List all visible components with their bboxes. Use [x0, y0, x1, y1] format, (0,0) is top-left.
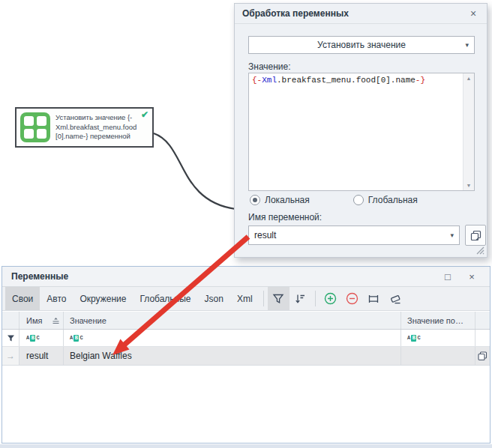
chevron-down-icon: ▾	[465, 41, 469, 49]
action-type-value: Установить значение	[317, 40, 406, 50]
scroll-up-icon[interactable]: ▲	[466, 76, 472, 81]
panel-titlebar: Переменные □ ×	[2, 267, 490, 287]
sort-ascending-icon	[52, 317, 60, 324]
table-filter-row: ABC ABC ABC	[2, 330, 490, 347]
tab-svoi[interactable]: Свои	[5, 287, 40, 310]
global-scope-label: Глобальная	[368, 195, 418, 205]
row-copy-button[interactable]	[476, 347, 490, 365]
maximize-icon[interactable]: □	[439, 271, 457, 282]
global-scope-radio[interactable]	[353, 195, 364, 205]
close-icon[interactable]: ×	[463, 271, 481, 282]
abc-filter-icon: ABC	[70, 335, 83, 342]
success-check-icon: ✔	[141, 109, 148, 120]
abc-filter-icon: ABC	[407, 335, 421, 342]
close-icon[interactable]: ×	[467, 7, 479, 19]
scope-radio-group: Локальная Глобальная	[250, 195, 418, 205]
textarea-scrollbar[interactable]: ▲ ▼	[463, 73, 474, 190]
copy-icon	[478, 351, 488, 361]
panel-title: Переменные	[11, 271, 439, 282]
value-expression-textarea[interactable]: {-Xml.breakfast_menu.food[0].name-} ▲ ▼	[248, 73, 475, 191]
header-cell-indicator	[2, 312, 20, 329]
row-indicator: →	[2, 347, 20, 365]
header-cell-name[interactable]: Имя	[20, 312, 64, 329]
variables-panel: Переменные □ × Свои Авто Окружение Глоба…	[2, 266, 490, 444]
resize-grip[interactable]	[476, 246, 484, 255]
header-cell-actions	[476, 312, 490, 329]
value-label: Значение:	[248, 61, 291, 72]
toolbar-separator	[263, 291, 264, 306]
filter-row-indicator	[2, 330, 20, 346]
chevron-down-icon: ▾	[450, 231, 454, 239]
window-bottom-edge	[0, 444, 492, 448]
sort-button[interactable]	[290, 287, 311, 310]
action-type-dropdown[interactable]: Установить значение ▾	[248, 36, 475, 54]
grid-icon	[20, 112, 50, 142]
minus-circle-icon	[346, 292, 358, 305]
row-arrow-icon: →	[6, 351, 15, 361]
filter-input-value-by[interactable]: ABC	[401, 330, 476, 346]
table-row-result[interactable]: → result Belgian Waffles	[2, 347, 490, 366]
funnel-icon	[272, 293, 284, 305]
expression-text: {-Xml.breakfast_menu.food[0].name-}	[249, 73, 463, 190]
filter-toggle-button[interactable]	[268, 287, 290, 310]
expression-close: -}	[416, 76, 425, 85]
filter-input-value[interactable]: ABC	[64, 330, 401, 346]
tab-avto[interactable]: Авто	[40, 287, 73, 310]
eraser-icon	[389, 293, 402, 305]
frame-icon	[368, 293, 380, 305]
node-label: Установить значение {- Xml.breakfast_men…	[56, 113, 136, 142]
filter-input-name[interactable]: ABC	[20, 330, 64, 346]
variable-name-combobox[interactable]: result ▾	[248, 225, 460, 245]
tab-globalnye[interactable]: Глобальные	[133, 287, 197, 310]
variable-name-label: Имя переменной:	[248, 212, 322, 223]
cell-name: result	[20, 347, 64, 365]
expression-open: {-	[252, 76, 262, 85]
table-header-row: Имя Значение Значение по…	[2, 312, 490, 330]
clear-button[interactable]	[385, 287, 406, 310]
variable-name-value: result	[254, 230, 276, 240]
cell-value: Belgian Waffles	[64, 347, 401, 365]
copy-variable-button[interactable]	[465, 225, 486, 246]
scroll-down-icon[interactable]: ▼	[466, 183, 472, 188]
abc-filter-icon: ABC	[26, 335, 40, 342]
tab-xml[interactable]: Xml	[230, 287, 260, 310]
panel-tabbar: Свои Авто Окружение Глобальные Json Xml	[2, 287, 490, 311]
remove-variable-button[interactable]	[341, 287, 363, 310]
plus-circle-icon	[324, 292, 337, 305]
tab-json[interactable]: Json	[198, 287, 230, 310]
funnel-icon	[7, 334, 15, 342]
dialog-header: Обработка переменных ×	[235, 4, 487, 24]
toolbar-separator	[315, 291, 316, 306]
tab-okruzhenie[interactable]: Окружение	[73, 287, 133, 310]
header-cell-value[interactable]: Значение	[64, 312, 401, 329]
dialog-title: Обработка переменных	[242, 8, 467, 19]
expression-path: .breakfast_menu.food[0].name	[277, 76, 416, 85]
local-scope-label: Локальная	[265, 195, 310, 205]
add-variable-button[interactable]	[320, 287, 341, 310]
copy-icon	[470, 230, 482, 241]
cell-value-by	[401, 347, 476, 365]
header-cell-value-by[interactable]: Значение по…	[401, 312, 476, 329]
sort-icon	[294, 293, 306, 305]
filter-cell-actions	[476, 330, 490, 346]
variable-processing-dialog: Обработка переменных × Установить значен…	[234, 3, 488, 258]
expression-object: Xml	[262, 76, 277, 85]
local-scope-radio[interactable]	[250, 195, 260, 205]
edit-columns-button[interactable]	[363, 287, 385, 310]
flow-node-set-value[interactable]: Установить значение {- Xml.breakfast_men…	[15, 107, 154, 148]
